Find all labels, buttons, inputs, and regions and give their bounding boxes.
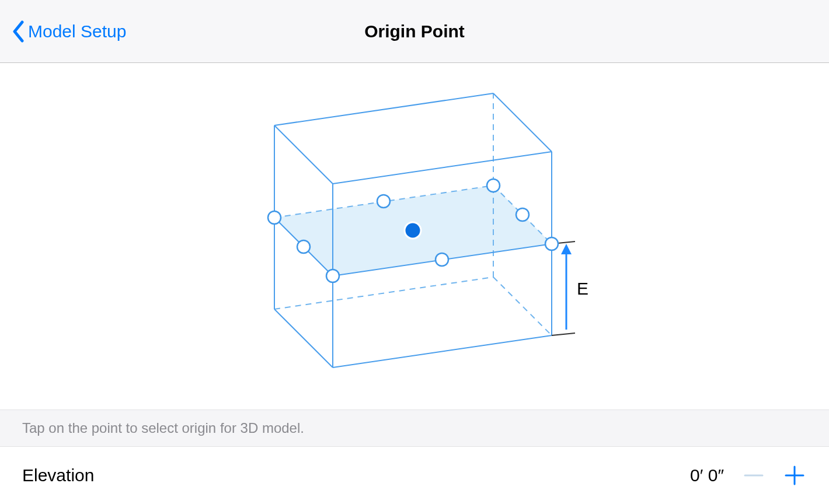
plus-icon xyxy=(782,463,807,488)
origin-point-n[interactable] xyxy=(377,195,390,208)
origin-point-ne[interactable] xyxy=(487,179,500,192)
diagram-canvas: E xyxy=(0,63,829,410)
page-title: Origin Point xyxy=(364,22,465,41)
origin-point-center[interactable] xyxy=(405,222,421,239)
elevation-decrement-button[interactable] xyxy=(741,463,766,488)
origin-point-w[interactable] xyxy=(297,240,310,253)
back-button[interactable]: Model Setup xyxy=(12,20,126,43)
svg-line-5 xyxy=(274,93,493,125)
hint-row: Tap on the point to select origin for 3D… xyxy=(0,410,829,447)
nav-bar: Model Setup Origin Point xyxy=(0,0,829,63)
origin-cube-diagram: E xyxy=(228,73,601,400)
svg-line-1 xyxy=(493,277,552,335)
origin-point-sw[interactable] xyxy=(326,270,339,282)
elevation-label: Elevation xyxy=(22,466,94,485)
origin-point-s[interactable] xyxy=(436,253,448,266)
origin-point-e[interactable] xyxy=(516,208,529,221)
origin-point-nw[interactable] xyxy=(268,211,281,224)
elevation-increment-button[interactable] xyxy=(782,463,807,488)
elevation-value: 0′ 0″ xyxy=(690,466,724,485)
hint-text: Tap on the point to select origin for 3D… xyxy=(22,420,304,436)
svg-line-17 xyxy=(552,333,575,335)
svg-line-10 xyxy=(333,335,552,368)
svg-line-7 xyxy=(333,152,552,184)
elevation-row: Elevation 0′ 0″ xyxy=(0,447,829,504)
svg-line-6 xyxy=(493,93,552,152)
elevation-marker: E xyxy=(552,242,588,335)
svg-line-8 xyxy=(274,125,333,184)
back-label: Model Setup xyxy=(28,22,126,41)
origin-point-se[interactable] xyxy=(545,237,558,250)
svg-line-0 xyxy=(274,277,493,309)
svg-line-9 xyxy=(274,309,333,368)
elevation-marker-label: E xyxy=(577,279,588,298)
minus-icon xyxy=(741,463,766,488)
chevron-left-icon xyxy=(12,20,25,43)
